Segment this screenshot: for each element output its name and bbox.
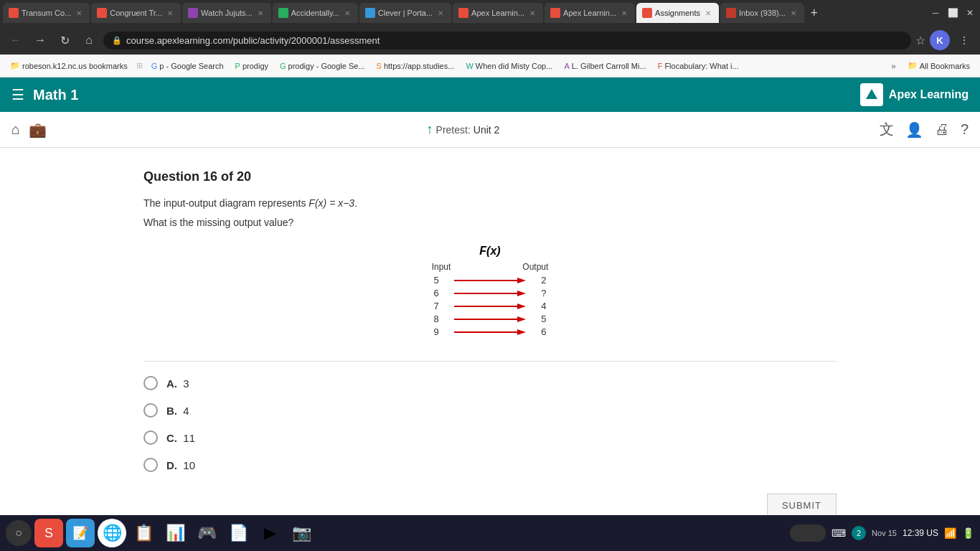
accessibility-icon[interactable]: 👤 — [905, 121, 923, 138]
diagram-row-2: 6 ? — [425, 288, 556, 298]
tab-apex1[interactable]: Apex Learnin... ✕ — [453, 3, 543, 23]
tab-close-icon[interactable]: ✕ — [165, 8, 175, 18]
tab-apex2[interactable]: Apex Learnin... ✕ — [545, 3, 635, 23]
tab-watch[interactable]: Watch Jujuts... ✕ — [182, 3, 271, 23]
tab-inbox[interactable]: Inbox (938)... ✕ — [720, 3, 804, 23]
tab-label: Watch Jujuts... — [201, 9, 253, 17]
tab-label: Apex Learnin... — [563, 9, 616, 17]
briefcase-icon[interactable]: 💼 — [29, 121, 47, 138]
tab-assignments[interactable]: Assignments ✕ — [636, 3, 719, 23]
svg-marker-4 — [517, 291, 526, 296]
choice-b-row[interactable]: B. 4 — [143, 403, 837, 418]
choice-c-row[interactable]: C. 11 — [143, 430, 837, 445]
close-button[interactable]: ✕ — [963, 6, 977, 20]
radio-b[interactable] — [143, 403, 158, 418]
tab-clever[interactable]: Clever | Porta... ✕ — [359, 3, 451, 23]
diagram-header: Input Output — [425, 262, 556, 272]
bookmark-studies[interactable]: S https://app.studies... — [372, 60, 459, 72]
choice-c-label: C. 11 — [166, 432, 195, 444]
taskbar-app-chrome[interactable]: 🌐 — [98, 519, 126, 547]
bookmark-robeson[interactable]: 📁 robeson.k12.nc.us bookmarks — [6, 60, 132, 72]
taskbar-app-games[interactable]: 🎮 — [192, 519, 221, 547]
tab-close-icon[interactable]: ✕ — [435, 8, 446, 18]
translate-icon[interactable]: 文 — [880, 120, 894, 139]
bookmark-misty[interactable]: W When did Misty Cop... — [461, 60, 557, 72]
forward-button[interactable]: → — [30, 30, 50, 50]
camera-icon: 📷 — [292, 524, 311, 542]
taskbar-app-splashtop[interactable]: S — [34, 519, 63, 547]
home-icon[interactable]: ⌂ — [11, 121, 20, 138]
all-bookmarks-label: All Bookmarks — [920, 62, 970, 70]
tab-close-icon[interactable]: ✕ — [255, 8, 265, 18]
bookmark-gilbert[interactable]: A L. Gilbert Carroll Mi... — [560, 60, 650, 72]
home-button[interactable]: ⌂ — [79, 30, 99, 50]
diagram-arrow-4 — [454, 316, 526, 323]
taskbar-app-gslides[interactable]: 📊 — [161, 519, 189, 547]
menu-icon[interactable]: ☰ — [11, 86, 24, 103]
battery-icon: 🔋 — [962, 527, 974, 539]
tab-congruent[interactable]: Congruent Tr... ✕ — [91, 3, 181, 23]
tab-close-icon[interactable]: ✕ — [527, 8, 537, 18]
bookmark-label: p - Google Search — [159, 62, 223, 70]
notification-badge[interactable]: 2 — [852, 526, 866, 540]
taskbar-app-files[interactable]: 📋 — [129, 519, 158, 547]
tab-close-icon[interactable]: ✕ — [619, 8, 629, 18]
bookmark-google[interactable]: G p - Google Search — [147, 60, 228, 72]
apex-logo: Apex Learning — [860, 83, 969, 106]
keyboard-icon[interactable]: ⌨ — [831, 527, 846, 539]
googledocs-icon: 📝 — [72, 525, 88, 541]
bookmarks-more-button[interactable]: » — [887, 60, 900, 72]
tab-close-icon[interactable]: ✕ — [788, 8, 798, 18]
taskbar-app-gdocs2[interactable]: 📄 — [224, 519, 253, 547]
bookmark-favicon-misty: W — [466, 62, 473, 70]
taskbar-app-camera[interactable]: 📷 — [287, 519, 316, 547]
bookmark-favicon-prodigy: P — [235, 62, 240, 70]
tab-label: Apex Learnin... — [471, 9, 524, 17]
tab-favicon — [97, 8, 107, 18]
apex-logo-text: Apex Learning — [889, 88, 969, 101]
bookmark-label: L. Gilbert Carroll Mi... — [572, 62, 646, 70]
radio-d[interactable] — [143, 458, 158, 472]
tab-label: Assignments — [655, 9, 700, 17]
output-val-1: 2 — [541, 275, 555, 286]
choice-a-row[interactable]: A. 3 — [143, 376, 837, 390]
launcher-button[interactable]: ○ — [6, 520, 32, 546]
tab-close-icon[interactable]: ✕ — [342, 8, 352, 18]
wifi-icon[interactable]: 📶 — [944, 527, 956, 539]
games-icon: 🎮 — [197, 524, 217, 542]
help-icon[interactable]: ? — [961, 121, 969, 138]
date-text: Nov 15 — [872, 529, 897, 537]
input-val-1: 5 — [425, 275, 439, 286]
tab-accidentally[interactable]: Accidentally... ✕ — [273, 3, 358, 23]
bookmark-prodigy[interactable]: P prodigy — [231, 60, 273, 72]
choice-d-row[interactable]: D. 10 — [143, 458, 837, 472]
tab-close-icon[interactable]: ✕ — [74, 8, 84, 18]
question-text-part1: The input-output diagram represents — [143, 197, 308, 209]
diagram-arrow-3 — [454, 303, 526, 310]
back-button[interactable]: ← — [6, 30, 26, 50]
bookmarks-all-button[interactable]: 📁 All Bookmarks — [903, 60, 974, 72]
bookmark-flocab[interactable]: F Flocabulary: What i... — [654, 60, 743, 72]
bookmark-star-icon[interactable]: ☆ — [915, 34, 925, 47]
radio-c[interactable] — [143, 430, 158, 445]
tab-close-icon[interactable]: ✕ — [703, 8, 713, 18]
taskbar-app-play[interactable]: ▶ — [255, 519, 284, 547]
address-field[interactable]: 🔒 course.apexlearning.com/public/activit… — [103, 32, 911, 50]
new-tab-button[interactable]: + — [806, 4, 823, 22]
bookmark-prodigy2[interactable]: G prodigy - Google Se... — [275, 60, 369, 72]
splashtop-icon: S — [44, 526, 53, 541]
tab-transum[interactable]: Transum Co... ✕ — [3, 3, 90, 23]
input-val-2: 6 — [425, 288, 439, 298]
print-icon[interactable]: 🖨 — [935, 121, 949, 138]
question-header: Question 16 of 20 — [143, 169, 837, 184]
taskbar-toggle[interactable] — [790, 524, 826, 542]
submit-button[interactable]: SUBMIT — [767, 494, 837, 517]
extensions-button[interactable]: ⋮ — [954, 30, 974, 50]
refresh-button[interactable]: ↻ — [55, 30, 75, 50]
radio-a[interactable] — [143, 376, 158, 390]
minimize-button[interactable]: ─ — [928, 6, 943, 20]
profile-button[interactable]: K — [930, 30, 950, 50]
taskbar-app-googledocs[interactable]: 📝 — [66, 519, 95, 547]
maximize-button[interactable]: ⬜ — [946, 6, 960, 20]
diagram-arrow-1 — [454, 277, 526, 284]
